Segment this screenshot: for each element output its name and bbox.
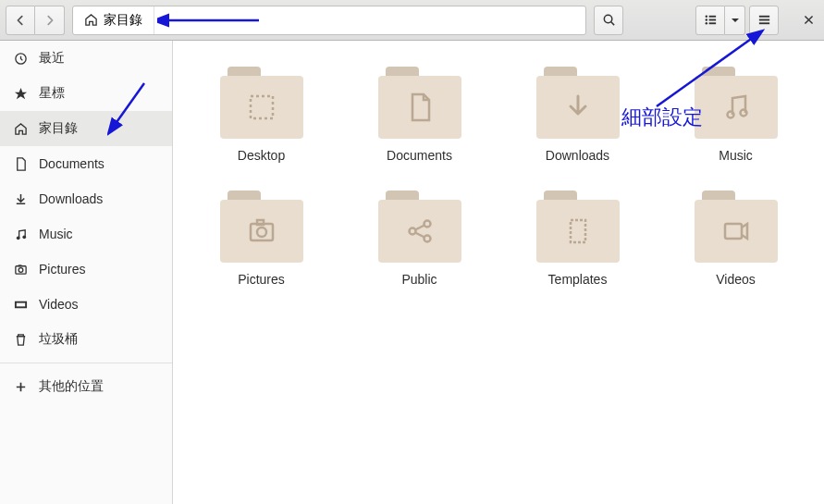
- svg-rect-30: [571, 220, 585, 242]
- clock-icon: [13, 52, 28, 66]
- sidebar-separator: [0, 363, 172, 363]
- view-mode-button[interactable]: [695, 6, 725, 35]
- headerbar: 家目錄: [0, 0, 824, 41]
- folder-documents[interactable]: Documents: [350, 67, 489, 163]
- folder-icon: [536, 191, 620, 263]
- folder-icon: [220, 67, 303, 139]
- sidebar-item-label: 星標: [39, 85, 65, 102]
- svg-rect-31: [725, 224, 742, 239]
- svg-point-4: [705, 18, 707, 20]
- svg-rect-5: [708, 19, 716, 21]
- svg-point-13: [22, 235, 26, 239]
- view-buttons: [695, 6, 745, 35]
- forward-button[interactable]: [35, 6, 65, 35]
- sidebar-item-label: 家目錄: [39, 120, 78, 137]
- svg-line-28: [415, 226, 424, 230]
- music-icon: [13, 227, 28, 241]
- folder-icon: [695, 191, 778, 263]
- pathbar[interactable]: 家目錄: [72, 6, 586, 35]
- svg-rect-22: [251, 224, 273, 240]
- svg-line-1: [610, 22, 613, 25]
- back-button[interactable]: [6, 6, 35, 35]
- svg-rect-7: [708, 22, 716, 24]
- folder-icon: [220, 191, 303, 263]
- download-icon: [13, 192, 28, 206]
- close-button[interactable]: [799, 10, 818, 30]
- folder-templates[interactable]: Templates: [508, 191, 647, 287]
- folder-music[interactable]: Music: [666, 67, 806, 163]
- svg-point-0: [604, 15, 611, 22]
- svg-rect-9: [758, 19, 769, 21]
- plus-icon: [13, 380, 28, 394]
- search-button[interactable]: [594, 6, 623, 35]
- svg-point-21: [740, 110, 746, 117]
- folder-label: Documents: [387, 148, 452, 163]
- view-dropdown-button[interactable]: [725, 6, 745, 35]
- svg-point-6: [705, 22, 707, 24]
- svg-point-20: [727, 112, 733, 118]
- folder-icon: [536, 67, 620, 139]
- svg-point-2: [705, 16, 707, 18]
- document-icon: [13, 157, 28, 171]
- folder-label: Videos: [716, 272, 756, 287]
- svg-rect-18: [16, 302, 24, 306]
- folder-label: Music: [719, 148, 753, 163]
- home-icon: [13, 122, 28, 136]
- folder-icon: [695, 67, 778, 139]
- folder-icon: [378, 191, 461, 263]
- svg-point-23: [257, 227, 266, 237]
- content-area[interactable]: DesktopDocumentsDownloadsMusicPicturesPu…: [173, 41, 824, 504]
- sidebar-item-label: Pictures: [39, 262, 86, 277]
- svg-rect-16: [18, 264, 21, 266]
- folder-desktop[interactable]: Desktop: [191, 67, 331, 163]
- path-label: 家目錄: [104, 12, 142, 29]
- sidebar: 最近 星標 家目錄 Documents Downloads Music Pict…: [0, 41, 173, 504]
- video-icon: [13, 298, 28, 312]
- sidebar-item-home[interactable]: 家目錄: [0, 111, 172, 146]
- hamburger-menu-button[interactable]: [749, 6, 779, 35]
- folder-downloads[interactable]: Downloads: [508, 67, 647, 163]
- sidebar-item-pictures[interactable]: Pictures: [0, 252, 172, 287]
- folder-public[interactable]: Public: [350, 191, 489, 287]
- sidebar-item-label: 垃圾桶: [39, 331, 78, 348]
- svg-line-29: [415, 233, 424, 238]
- sidebar-item-music[interactable]: Music: [0, 216, 172, 252]
- sidebar-item-trash[interactable]: 垃圾桶: [0, 322, 172, 357]
- sidebar-item-label: 其他的位置: [39, 378, 104, 395]
- sidebar-item-label: Documents: [39, 156, 105, 171]
- star-icon: [13, 87, 28, 101]
- sidebar-item-recent[interactable]: 最近: [0, 41, 172, 76]
- sidebar-item-label: 最近: [39, 50, 65, 67]
- sidebar-item-label: Videos: [39, 297, 79, 312]
- folder-label: Public: [401, 272, 437, 287]
- folder-icon: [378, 67, 461, 139]
- sidebar-item-label: Music: [39, 227, 73, 241]
- svg-point-12: [16, 236, 19, 240]
- sidebar-item-videos[interactable]: Videos: [0, 287, 172, 322]
- svg-rect-10: [758, 22, 769, 24]
- sidebar-item-starred[interactable]: 星標: [0, 76, 172, 111]
- nav-buttons: [6, 6, 65, 35]
- svg-rect-8: [758, 16, 769, 18]
- folder-label: Desktop: [238, 148, 285, 163]
- svg-rect-3: [708, 16, 716, 18]
- svg-point-15: [18, 267, 23, 272]
- folder-pictures[interactable]: Pictures: [191, 191, 331, 287]
- svg-point-25: [409, 228, 415, 235]
- home-icon: [84, 13, 98, 27]
- folder-videos[interactable]: Videos: [666, 191, 806, 287]
- svg-rect-19: [251, 96, 273, 118]
- camera-icon: [13, 263, 28, 277]
- sidebar-item-documents[interactable]: Documents: [0, 146, 172, 181]
- sidebar-item-label: Downloads: [39, 191, 103, 206]
- folder-label: Pictures: [238, 272, 285, 287]
- sidebar-item-downloads[interactable]: Downloads: [0, 181, 172, 216]
- svg-rect-24: [257, 220, 264, 225]
- trash-icon: [13, 333, 28, 347]
- sidebar-item-other-locations[interactable]: 其他的位置: [0, 369, 172, 404]
- path-segment-home[interactable]: 家目錄: [73, 6, 154, 34]
- svg-point-26: [424, 221, 430, 227]
- svg-point-27: [424, 236, 430, 242]
- folder-label: Templates: [548, 272, 608, 287]
- folder-label: Downloads: [546, 148, 609, 163]
